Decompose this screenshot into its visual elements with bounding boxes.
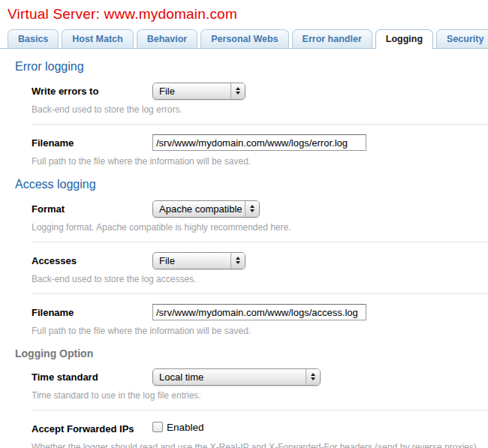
field-label: Format [32,203,152,215]
field-help-text: Whether the logger should read and use t… [32,442,488,448]
tab-content: Error logging Write errors to File Back-… [0,60,488,448]
field-control: Apache compatible [152,200,260,218]
tab-error-handler[interactable]: Error handler [292,29,372,48]
form-field: Write errors to File Back-end used to st… [32,82,488,115]
text-input[interactable] [152,304,366,320]
field-divider [32,242,488,242]
tab-logging[interactable]: Logging [375,29,433,49]
field-divider [32,124,488,125]
form-field: Time standard Local time Time standard t… [32,368,488,401]
dropdown-stepper-arrows-icon [245,201,259,217]
field-control: ✓ Enabled [152,422,204,436]
field-label: Write errors to [32,86,152,97]
form-field: Filename Full path to the file where the… [32,303,488,336]
dropdown-stepper-arrows-icon [306,369,320,385]
dropdown-select[interactable]: Local time [152,368,321,386]
tab-personal-webs[interactable]: Personal Webs [200,29,288,48]
text-input[interactable] [152,134,366,151]
dropdown-selected-value: Apache compatible [159,203,245,215]
field-help-text: Back-end used to store the log errors. [32,104,488,115]
field-label: Accesses [32,255,152,266]
field-help-text: Full path to the file where the informat… [32,326,488,336]
dropdown-select[interactable]: Apache compatible [152,200,260,218]
field-control [152,134,366,151]
dropdown-stepper-arrows-icon [230,253,245,269]
settings-section: Logging Option Time standard Local time … [0,347,488,448]
field-control: Local time [152,368,321,386]
tab-behavior[interactable]: Behavior [137,29,198,48]
dropdown-selected-value: File [159,255,230,266]
dropdown-selected-value: Local time [159,371,306,383]
checkbox-label: Enabled [167,422,204,433]
enabled-checkbox[interactable]: ✓ [152,422,163,432]
field-control: File [152,83,246,100]
field-help-text: Full path to the file where the informat… [32,156,488,167]
settings-section: Error logging Write errors to File Back-… [0,60,488,167]
tab-basics[interactable]: Basics [8,29,59,48]
form-field: Accept Forwarded IPs ✓ Enabled Whether t… [32,419,488,448]
field-label: Time standard [32,371,152,383]
field-help-text: Logging format. Apache compatible is hig… [32,222,488,233]
dropdown-select[interactable]: File [152,252,246,269]
tab-security[interactable]: Security [436,29,488,48]
field-divider [32,293,488,294]
field-help-text: Time standard to use in the log file ent… [32,390,488,401]
section-title: Error logging [15,60,488,74]
form-field: Filename Full path to the file where the… [32,134,488,167]
field-control: File [152,252,246,269]
checkbox-field: ✓ Enabled [152,422,204,433]
form-field: Format Apache compatible Logging format.… [32,200,488,233]
section-title: Logging Option [15,347,488,359]
field-help-text: Back-end used to store the log accesses. [32,274,488,284]
field-label: Filename [32,307,152,318]
dropdown-selected-value: File [159,86,230,97]
form-field: Accesses File Back-end used to store the… [32,251,488,284]
tab-host-match[interactable]: Host Match [62,29,133,48]
virtual-server-page: Virtual Server: www.mydomain.com BasicsH… [0,6,488,448]
page-title: Virtual Server: www.mydomain.com [8,6,488,23]
field-divider [32,410,488,410]
tab-bar: BasicsHost MatchBehaviorPersonal WebsErr… [0,29,488,49]
field-label: Accept Forwarded IPs [32,423,152,434]
field-label: Filename [32,137,152,149]
section-title: Access logging [15,178,488,191]
dropdown-select[interactable]: File [152,83,246,100]
field-control [152,304,366,320]
dropdown-stepper-arrows-icon [230,83,245,99]
settings-section: Access logging Format Apache compatible … [0,178,488,336]
